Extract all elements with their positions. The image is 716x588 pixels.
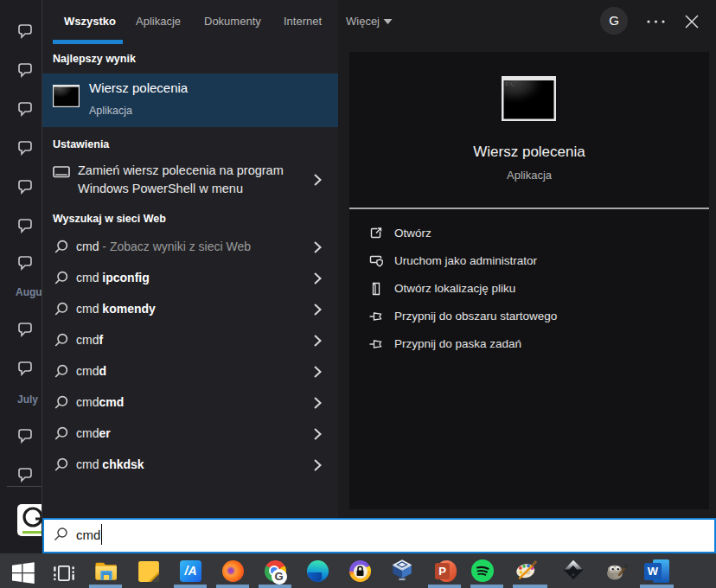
svg-text:C:\_: C:\_ <box>55 87 62 91</box>
svg-text:C:\_: C:\_ <box>506 82 515 86</box>
